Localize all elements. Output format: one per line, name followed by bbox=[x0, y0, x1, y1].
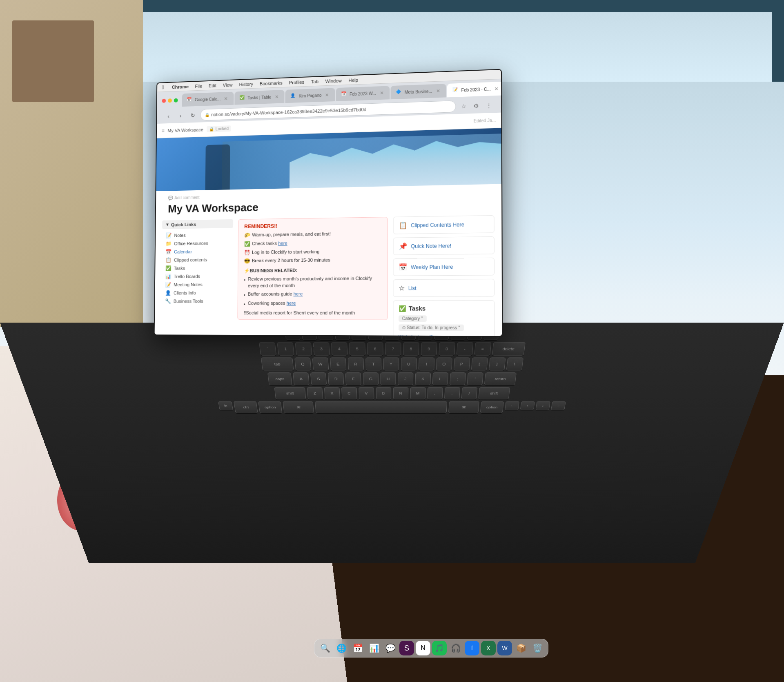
i-key[interactable]: I bbox=[418, 357, 434, 370]
r-key[interactable]: R bbox=[347, 357, 364, 370]
tab-close-icon[interactable]: ✕ bbox=[274, 94, 279, 100]
sidebar-link-office[interactable]: 📁 Office Resources bbox=[162, 239, 233, 248]
x-key[interactable]: X bbox=[324, 387, 340, 399]
extensions-icon[interactable]: ⚙ bbox=[471, 100, 481, 111]
7-key[interactable]: 7 bbox=[385, 342, 401, 356]
menu-tab[interactable]: Tab bbox=[311, 79, 318, 84]
arrow-right[interactable]: → bbox=[551, 401, 566, 410]
h-key[interactable]: H bbox=[380, 372, 396, 385]
sidebar-link-calendar[interactable]: 📅 Calendar bbox=[162, 247, 233, 256]
z-key[interactable]: Z bbox=[307, 387, 323, 399]
8-key[interactable]: 8 bbox=[403, 342, 419, 356]
back-button[interactable]: ‹ bbox=[163, 111, 174, 122]
shift-left-key[interactable]: shift bbox=[274, 387, 306, 399]
period-key[interactable]: . bbox=[444, 387, 460, 399]
dock-slack[interactable]: S bbox=[399, 641, 414, 655]
dock-chrome[interactable]: 🌐 bbox=[334, 641, 349, 655]
t-key[interactable]: T bbox=[365, 357, 381, 370]
option-right-key[interactable]: option bbox=[480, 401, 504, 413]
lbracket-key[interactable]: [ bbox=[471, 357, 488, 370]
dock-podcast[interactable]: 🎧 bbox=[448, 641, 463, 655]
arrow-down[interactable]: ↓ bbox=[535, 401, 550, 410]
arrow-up[interactable]: ↑ bbox=[520, 401, 535, 410]
dock-messages[interactable]: 💬 bbox=[383, 641, 398, 655]
minus-key[interactable]: - bbox=[456, 342, 473, 356]
f-key[interactable]: F bbox=[345, 372, 361, 385]
dock-meta[interactable]: f bbox=[465, 641, 479, 655]
reload-button[interactable]: ↻ bbox=[187, 110, 198, 121]
backslash-key[interactable]: \ bbox=[506, 357, 523, 370]
slash-key[interactable]: / bbox=[461, 387, 477, 399]
tab-close-icon[interactable]: ✕ bbox=[493, 86, 499, 92]
menu-view[interactable]: View bbox=[223, 82, 233, 87]
menu-bookmarks[interactable]: Bookmarks bbox=[260, 80, 283, 86]
menu-edit[interactable]: Edit bbox=[209, 83, 216, 88]
2-key[interactable]: 2 bbox=[295, 342, 312, 356]
bookmark-icon[interactable]: ☆ bbox=[459, 101, 469, 111]
dock-calendar[interactable]: 📅 bbox=[350, 641, 365, 655]
sidebar-link-notes[interactable]: 📝 Notes bbox=[162, 230, 233, 239]
m-key[interactable]: M bbox=[410, 387, 425, 399]
apple-menu-icon[interactable]:  bbox=[162, 84, 164, 90]
4-key[interactable]: 4 bbox=[331, 342, 347, 356]
tab-feb2023c[interactable]: 📝 Feb 2023 - C... ✕ bbox=[447, 82, 503, 98]
dock-store[interactable]: 📦 bbox=[514, 641, 528, 655]
ctrl-key[interactable]: ctrl bbox=[234, 401, 258, 413]
d-key[interactable]: D bbox=[328, 372, 344, 385]
task-item[interactable]: Web design edit bbox=[399, 333, 489, 337]
9-key[interactable]: 9 bbox=[421, 342, 437, 356]
a-key[interactable]: A bbox=[293, 372, 310, 385]
3-key[interactable]: 3 bbox=[313, 342, 330, 356]
dock-trash[interactable]: 🗑️ bbox=[530, 641, 545, 655]
menu-help[interactable]: Help bbox=[348, 77, 358, 82]
minimize-button[interactable] bbox=[168, 98, 172, 103]
menu-window[interactable]: Window bbox=[325, 78, 341, 84]
tab-key[interactable]: tab bbox=[261, 357, 293, 370]
l-key[interactable]: L bbox=[432, 372, 448, 385]
tab-close-icon[interactable]: ✕ bbox=[324, 92, 330, 98]
spacebar[interactable] bbox=[315, 401, 447, 413]
category-filter[interactable]: Category ˅ bbox=[399, 315, 427, 322]
tab-close-icon[interactable]: ✕ bbox=[379, 90, 385, 96]
sidebar-link-clients[interactable]: 👤 Clients Info bbox=[161, 289, 233, 297]
backtick-key[interactable]: ` bbox=[259, 342, 276, 356]
5-key[interactable]: 5 bbox=[349, 342, 365, 356]
shift-right-key[interactable]: shift bbox=[478, 387, 510, 399]
tab-meta[interactable]: 🔷 Meta Busine... ✕ bbox=[391, 84, 446, 99]
dock-excel[interactable]: X bbox=[481, 641, 496, 655]
g-key[interactable]: G bbox=[363, 372, 379, 385]
k-key[interactable]: K bbox=[415, 372, 431, 385]
tab-close-icon[interactable]: ✕ bbox=[223, 96, 229, 102]
menu-file[interactable]: File bbox=[195, 83, 203, 89]
sidebar-link-clipped[interactable]: 📋 Clipped contents bbox=[162, 255, 233, 264]
dock-sheets[interactable]: 📊 bbox=[367, 641, 381, 655]
tab-google-calendar[interactable]: 📅 Google Cale... ✕ bbox=[182, 92, 234, 107]
w-key[interactable]: W bbox=[312, 357, 329, 370]
quote-key[interactable]: ' bbox=[467, 372, 483, 385]
sidebar-link-meeting[interactable]: 📝 Meeting Notes bbox=[162, 280, 233, 289]
1-key[interactable]: 1 bbox=[277, 342, 294, 356]
q-key[interactable]: Q bbox=[294, 357, 311, 370]
return-key[interactable]: return bbox=[484, 372, 517, 385]
cmd-right-key[interactable]: ⌘ bbox=[448, 401, 479, 413]
p-key[interactable]: P bbox=[453, 357, 470, 370]
clipped-contents-widget[interactable]: 📋 Clipped Contents Here bbox=[393, 215, 494, 234]
status-filter[interactable]: ⊙ Status: To do, In progress ˅ bbox=[399, 324, 464, 331]
dock-notion[interactable]: N bbox=[416, 641, 430, 655]
v-key[interactable]: V bbox=[359, 387, 374, 399]
6-key[interactable]: 6 bbox=[367, 342, 383, 356]
b-key[interactable]: B bbox=[376, 387, 391, 399]
buffer-link[interactable]: here bbox=[294, 291, 303, 296]
u-key[interactable]: U bbox=[401, 357, 416, 370]
menu-profiles[interactable]: Profiles bbox=[289, 79, 305, 85]
sidebar-link-business[interactable]: 🔧 Business Tools bbox=[161, 297, 233, 305]
tasks-link[interactable]: here bbox=[278, 241, 287, 246]
list-widget[interactable]: ☆ List bbox=[393, 279, 494, 297]
y-key[interactable]: Y bbox=[383, 357, 399, 370]
s-key[interactable]: S bbox=[310, 372, 327, 385]
menu-icon[interactable]: ⋮ bbox=[483, 100, 494, 111]
dock-spotify[interactable]: 🎵 bbox=[432, 641, 447, 655]
fn-key[interactable]: fn bbox=[218, 401, 233, 410]
quick-note-widget[interactable]: 📌 Quick Note Here! bbox=[393, 236, 494, 255]
arrow-left[interactable]: ← bbox=[505, 401, 519, 410]
